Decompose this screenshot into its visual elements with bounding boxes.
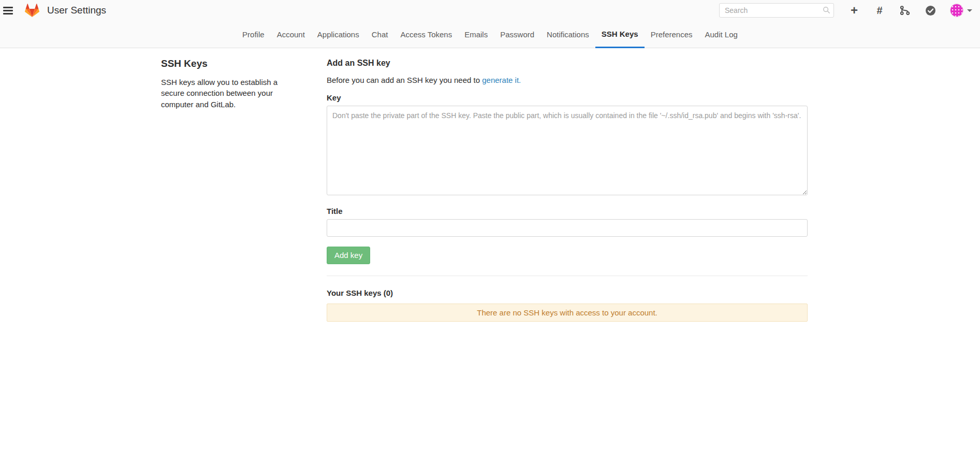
tab-emails[interactable]: Emails [458, 21, 494, 48]
title-label: Title [327, 207, 808, 215]
ssh-keys-heading: SSH Keys [161, 58, 311, 69]
header: User Settings + # [0, 0, 980, 21]
title-form-group: Title [327, 207, 808, 237]
section-main: Add an SSH key Before you can add an SSH… [327, 58, 808, 322]
search-box [719, 3, 834, 18]
search-input[interactable] [719, 3, 834, 18]
header-right: + # [719, 3, 972, 18]
activity-hash-icon[interactable]: # [874, 5, 885, 16]
tab-notifications[interactable]: Notifications [540, 21, 595, 48]
search-icon [823, 6, 830, 14]
gitlab-logo-icon[interactable] [25, 4, 39, 17]
add-key-button[interactable]: Add key [327, 247, 370, 264]
tab-applications[interactable]: Applications [311, 21, 365, 48]
title-input[interactable] [327, 219, 808, 237]
empty-keys-warning: There are no SSH keys with access to you… [327, 304, 808, 322]
content: SSH Keys SSH keys allow you to establish… [0, 48, 980, 322]
section-sidebar: SSH Keys SSH keys allow you to establish… [161, 58, 327, 322]
top-chrome: User Settings + # [0, 0, 980, 48]
user-menu[interactable] [950, 4, 972, 17]
generate-key-hint-text: Before you can add an SSH key you need t… [327, 76, 480, 84]
tab-audit-log[interactable]: Audit Log [699, 21, 744, 48]
key-textarea[interactable] [327, 106, 808, 195]
tab-account[interactable]: Account [271, 21, 311, 48]
new-item-plus-icon[interactable]: + [849, 5, 860, 16]
your-ssh-keys-heading: Your SSH keys (0) [327, 289, 808, 297]
add-ssh-key-heading: Add an SSH key [327, 59, 808, 68]
chevron-down-icon [967, 9, 972, 12]
page-title: User Settings [47, 5, 106, 16]
hamburger-menu-icon[interactable] [3, 4, 17, 17]
tab-access-tokens[interactable]: Access Tokens [394, 21, 458, 48]
merge-requests-icon[interactable] [899, 5, 911, 16]
key-label: Key [327, 93, 808, 102]
todos-check-circle-icon[interactable] [925, 5, 936, 16]
ssh-keys-description: SSH keys allow you to establish a secure… [161, 77, 297, 110]
tab-profile[interactable]: Profile [236, 21, 271, 48]
tab-password[interactable]: Password [494, 21, 540, 48]
tab-preferences[interactable]: Preferences [645, 21, 699, 48]
generate-key-hint: Before you can add an SSH key you need t… [327, 76, 808, 84]
key-form-group: Key [327, 93, 808, 195]
settings-tabs: Profile Account Applications Chat Access… [0, 21, 980, 48]
section-divider [327, 276, 808, 276]
generate-it-link[interactable]: generate it. [482, 76, 521, 84]
tab-chat[interactable]: Chat [365, 21, 394, 48]
tab-ssh-keys[interactable]: SSH Keys [595, 21, 645, 48]
user-avatar[interactable] [950, 4, 963, 17]
header-nav-icons: + # [849, 5, 936, 16]
